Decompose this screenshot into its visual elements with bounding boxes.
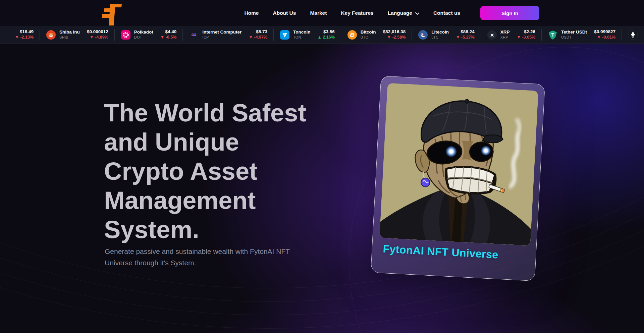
nft-card: FytonAI NFT Universe xyxy=(371,76,545,281)
ticker-symbol: XRP xyxy=(500,35,510,40)
page-title: The World Safest and Unique Crypto Asset… xyxy=(104,98,366,244)
ticker-item-usdt[interactable]: T Tether USDt USDT $0.999827 ▼ -0.01% xyxy=(548,29,615,40)
ticker-change: ▼ -0.01% xyxy=(597,35,615,40)
ticker-price: $4.40 xyxy=(165,29,177,35)
ticker-symbol: DOT xyxy=(134,35,153,40)
ticker-price: $18.49 xyxy=(20,29,34,35)
ticker-change: ▼ -2.13% xyxy=(15,35,34,40)
ticker-name: Bitcoin xyxy=(361,30,376,35)
nav-item-label: Key Features xyxy=(341,10,373,16)
nav-item-label: About Us xyxy=(273,10,296,16)
ticker-item-ton[interactable]: Toncoin TON $3.56 ▲ 2.16% xyxy=(280,29,335,40)
nav-menu: Home About Us Market Key Features Langua… xyxy=(244,0,539,26)
ticker-divider xyxy=(481,29,481,41)
ticker-price: $3.56 xyxy=(323,29,335,35)
ticker-price: $88.24 xyxy=(461,29,474,35)
nav-item-contact-us[interactable]: Contact us xyxy=(433,10,460,16)
ticker-price: $2.26 xyxy=(524,29,535,35)
ticker-price: $0.000012 xyxy=(87,29,108,35)
ticker-divider xyxy=(412,29,412,41)
ticker-name: XRP xyxy=(500,30,510,35)
ticker-divider xyxy=(541,29,542,41)
ticker-price: $0.999827 xyxy=(594,29,615,35)
nav-item-about-us[interactable]: About Us xyxy=(273,10,296,16)
tether-icon: T xyxy=(548,30,558,40)
ticker-name: Internet Computer xyxy=(202,30,241,35)
ticker-change: ▲ 2.16% xyxy=(318,35,335,40)
ticker-name: Shiba Inu xyxy=(59,30,80,35)
ticker-divider xyxy=(273,29,274,41)
ticker-name: Litecoin xyxy=(431,30,449,35)
ticker-item-shib[interactable]: Shiba Inu SHIB $0.000012 ▼ -4.89% xyxy=(46,29,108,40)
ticker-symbol: SHIB xyxy=(59,35,80,40)
ticker-item-xrp[interactable]: × XRP XRP $2.26 ▼ -3.65% xyxy=(487,29,535,40)
ticker-item-eth-partial[interactable] xyxy=(628,30,638,40)
ticker-change: ▼ -4.97% xyxy=(249,35,267,40)
ticker-name: Polkadot xyxy=(134,30,153,35)
ticker-symbol: TON xyxy=(293,35,311,40)
chevron-down-icon xyxy=(415,12,419,15)
ticker-name: Tether USDt xyxy=(561,30,587,35)
ticker-symbol: ICP xyxy=(202,35,241,40)
svg-text:∞: ∞ xyxy=(192,30,197,39)
ticker-change: ▼ -2.58% xyxy=(387,35,406,40)
nav-item-key-features[interactable]: Key Features xyxy=(341,10,373,16)
nft-card-title: FytonAI NFT Universe xyxy=(383,243,499,261)
ticker-item-ltc[interactable]: Ł Litecoin LTC $88.24 ▼ -5.27% xyxy=(418,29,474,40)
svg-text:Ł: Ł xyxy=(421,32,425,38)
toncoin-icon xyxy=(280,30,290,40)
ticker-divider xyxy=(114,29,115,41)
bitcoin-icon: B xyxy=(347,30,357,40)
nav-item-home[interactable]: Home xyxy=(244,10,259,16)
crypto-ticker-bar: $18.49 ▼ -2.13% Shiba Inu SHIB $0.000012… xyxy=(0,26,644,44)
svg-text:T: T xyxy=(551,32,554,37)
svg-text:×: × xyxy=(490,31,494,38)
litecoin-icon: Ł xyxy=(418,30,428,40)
ticker-change: ▼ -4.89% xyxy=(90,35,108,40)
ticker-item-icp[interactable]: ∞ Internet Computer ICP $5.73 ▼ -4.97% xyxy=(189,29,267,40)
ticker-item-btc[interactable]: B Bitcoin BTC $82,016.38 ▼ -2.58% xyxy=(347,29,406,40)
ticker-change: ▼ -3.65% xyxy=(517,35,535,40)
nav-item-market[interactable]: Market xyxy=(310,10,327,16)
ticker-name: Toncoin xyxy=(293,30,311,35)
ticker-symbol: BTC xyxy=(361,35,376,40)
nav-item-label: Home xyxy=(244,10,259,16)
ticker-item-dot[interactable]: Polkadot DOT $4.40 ▼ -0.5% xyxy=(121,29,177,40)
nav-item-language[interactable]: Language xyxy=(388,10,419,16)
brand-logo[interactable] xyxy=(102,3,122,25)
xrp-icon: × xyxy=(487,30,497,40)
sign-in-button[interactable]: Sign In xyxy=(480,6,539,20)
ticker-price: $5.73 xyxy=(256,29,267,35)
ticker-symbol: USDT xyxy=(561,35,587,40)
polkadot-icon xyxy=(121,30,131,40)
ticker-divider xyxy=(182,29,183,41)
icp-icon: ∞ xyxy=(189,30,199,40)
ticker-price: $82,016.38 xyxy=(383,29,406,35)
ethereum-icon xyxy=(628,30,638,40)
nav-item-label: Language xyxy=(388,10,412,16)
nav-item-label: Contact us xyxy=(433,10,460,16)
ticker-divider xyxy=(40,29,40,41)
ticker-change: ▼ -0.5% xyxy=(160,35,177,40)
ticker-symbol: LTC xyxy=(431,35,449,40)
ticker-item-partial[interactable]: $18.49 ▼ -2.13% xyxy=(12,29,34,40)
nft-artwork xyxy=(379,83,538,246)
landing-page: Home About Us Market Key Features Langua… xyxy=(0,0,644,333)
shiba-icon xyxy=(46,30,56,40)
top-nav: Home About Us Market Key Features Langua… xyxy=(0,0,644,26)
ticker-change: ▼ -5.27% xyxy=(456,35,474,40)
nav-item-label: Market xyxy=(310,10,327,16)
hero-subtitle: Generate passive and sustainable wealth … xyxy=(105,246,292,269)
ticker-divider xyxy=(341,29,341,41)
ticker-divider xyxy=(622,29,622,41)
